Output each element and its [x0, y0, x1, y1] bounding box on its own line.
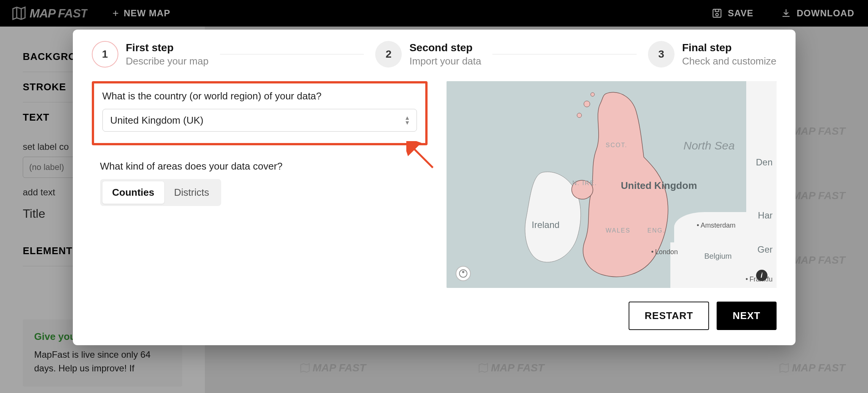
modal-overlay: 1 First step Describe your map 2 Second …	[0, 0, 868, 393]
area-option-counties[interactable]: Counties	[102, 181, 164, 204]
step-divider	[220, 54, 364, 55]
wizard-steps: 1 First step Describe your map 2 Second …	[92, 41, 777, 68]
map-city-amsterdam: Amsterdam	[697, 222, 736, 230]
step-number-2: 2	[375, 41, 402, 68]
country-highlight-box: What is the country (or world region) of…	[92, 81, 428, 145]
wizard-footer: RESTART NEXT	[92, 302, 777, 330]
svg-point-2	[584, 101, 590, 107]
map-compass-icon[interactable]	[456, 266, 471, 281]
map-label-har: Har	[758, 210, 773, 221]
map-preview[interactable]: North Sea United Kingdom Ireland N. IRE.…	[447, 81, 777, 288]
step-number-1: 1	[92, 41, 118, 68]
map-label-uk: United Kingdom	[621, 180, 697, 192]
step-number-3: 3	[648, 41, 675, 68]
country-select[interactable]: United Kingdom (UK) ▴▾	[102, 109, 417, 132]
map-city-london: London	[651, 248, 678, 256]
map-label-belgium: Belgium	[704, 252, 732, 261]
map-label-den: Den	[756, 157, 772, 168]
map-label-ger: Ger	[757, 244, 772, 255]
country-question-label: What is the country (or world region) of…	[102, 90, 417, 102]
map-label-ireland: Ireland	[532, 220, 560, 230]
annotation-arrow-icon	[406, 141, 437, 171]
wizard-step-2[interactable]: 2 Second step Import your data	[375, 41, 481, 68]
wizard-step-1[interactable]: 1 First step Describe your map	[92, 41, 209, 68]
area-question-label: What kind of areas does your data cover?	[100, 160, 428, 172]
area-option-districts[interactable]: Districts	[164, 181, 219, 204]
map-label-nire: N. IRE.	[572, 180, 598, 187]
country-select-value: United Kingdom (UK)	[110, 115, 204, 126]
wizard-step-3[interactable]: 3 Final step Check and customize	[648, 41, 777, 68]
step-sub-3: Check and customize	[682, 55, 777, 67]
map-info-icon[interactable]: i	[756, 270, 767, 281]
wizard-body: What is the country (or world region) of…	[92, 81, 777, 288]
map-label-scot: SCOT.	[606, 142, 627, 149]
step-sub-1: Describe your map	[126, 55, 209, 67]
next-button[interactable]: NEXT	[717, 302, 776, 330]
step-sub-2: Import your data	[409, 55, 481, 67]
map-label-eng: ENG.	[648, 227, 665, 234]
wizard-form: What is the country (or world region) of…	[92, 81, 428, 288]
step-title-3: Final step	[682, 42, 777, 54]
area-segmented-control: Counties Districts	[100, 179, 222, 206]
wizard-modal: 1 First step Describe your map 2 Second …	[73, 30, 796, 345]
restart-button[interactable]: RESTART	[629, 302, 709, 330]
svg-point-4	[591, 93, 594, 96]
step-title-1: First step	[126, 42, 209, 54]
step-title-2: Second step	[409, 42, 481, 54]
step-divider	[492, 54, 636, 55]
svg-point-3	[577, 113, 582, 118]
map-label-north-sea: North Sea	[684, 138, 735, 153]
select-chevron-icon: ▴▾	[406, 115, 409, 125]
map-label-wales: WALES	[606, 227, 631, 234]
